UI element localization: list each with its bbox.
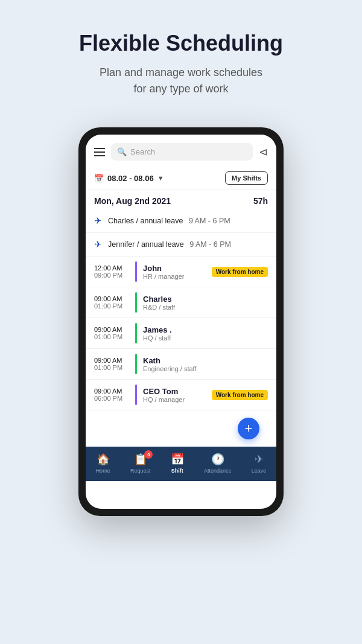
- nav-label-leave: Leave: [252, 468, 267, 474]
- leave-time: 9 AM - 6 PM: [189, 240, 231, 249]
- chevron-down-icon: ▼: [157, 174, 164, 182]
- shift-times: 09:00 AM 06:00 PM: [94, 387, 129, 402]
- shift-start: 09:00 AM: [94, 326, 129, 333]
- shift-times: 09:00 AM 01:00 PM: [94, 295, 129, 310]
- shift-bar: [135, 261, 137, 282]
- shift-times: 12:00 AM 09:00 PM: [94, 264, 129, 279]
- add-button[interactable]: +: [238, 418, 259, 439]
- leave-time: 9 AM - 6 PM: [189, 217, 230, 225]
- employee-dept: HR / manager: [143, 273, 206, 280]
- shift-end: 09:00 PM: [94, 272, 129, 279]
- leave-info: Charles / annual leave 9 AM - 6 PM: [108, 217, 230, 225]
- day-title: Mon, Aug 2nd 2021: [94, 196, 171, 206]
- employee-dept: Engineering / staff: [143, 365, 268, 372]
- leave-item[interactable]: ✈ Jennifer / annual leave 9 AM - 6 PM: [86, 233, 276, 257]
- shift-bar: [135, 323, 137, 343]
- date-row: 📅 08.02 - 08.06 ▼ My Shifts: [86, 167, 276, 190]
- plane-icon: ✈: [94, 239, 102, 250]
- hero-subtitle: Plan and manage work schedulesfor any ty…: [18, 65, 344, 97]
- app-header: 🔍 Search ⊲: [86, 135, 276, 167]
- hero-title: Flexible Scheduling: [18, 30, 344, 56]
- search-icon: 🔍: [117, 147, 127, 156]
- fab-row: +: [86, 410, 276, 447]
- employee-name: John: [143, 264, 206, 273]
- shift-start: 09:00 AM: [94, 295, 129, 302]
- employee-dept: HQ / staff: [143, 334, 268, 342]
- shift-bar: [135, 384, 137, 405]
- bottom-nav: 🏠 Home 📋 0 Request 📅 Shift 🕐 Attendance …: [86, 447, 276, 481]
- shift-start: 12:00 AM: [94, 264, 129, 272]
- shift-item-charles[interactable]: 09:00 AM 01:00 PM Charles R&D / staff: [86, 287, 276, 318]
- employee-dept: HQ / manager: [143, 396, 206, 403]
- search-bar[interactable]: 🔍 Search: [111, 143, 253, 161]
- employee-name: James .: [143, 325, 268, 334]
- employee-name: CEO Tom: [143, 387, 206, 396]
- leave-item[interactable]: ✈ Charles / annual leave 9 AM - 6 PM: [86, 209, 276, 233]
- nav-label-request: Request: [130, 468, 151, 474]
- employee-name: Kath: [143, 356, 268, 365]
- date-range-text: 08.02 - 08.06: [107, 174, 154, 183]
- nav-label-attendance: Attendance: [204, 468, 232, 474]
- shift-item-john[interactable]: 12:00 AM 09:00 PM John HR / manager Work…: [86, 257, 276, 287]
- wfh-badge: Work from home: [212, 267, 268, 277]
- filter-icon[interactable]: ⊲: [259, 145, 268, 159]
- date-range[interactable]: 📅 08.02 - 08.06 ▼: [94, 174, 164, 183]
- request-badge: 0: [144, 450, 153, 459]
- shift-bar: [135, 354, 137, 374]
- shift-details: CEO Tom HQ / manager: [143, 387, 206, 403]
- shift-times: 09:00 AM 01:00 PM: [94, 357, 129, 371]
- shift-item-james[interactable]: 09:00 AM 01:00 PM James . HQ / staff: [86, 318, 276, 349]
- employee-dept: R&D / staff: [143, 304, 268, 311]
- day-hours: 57h: [253, 196, 268, 206]
- nav-item-shift[interactable]: 📅 Shift: [171, 453, 184, 474]
- shift-times: 09:00 AM 01:00 PM: [94, 326, 129, 340]
- nav-item-attendance[interactable]: 🕐 Attendance: [204, 453, 232, 474]
- shift-start: 09:00 AM: [94, 357, 129, 364]
- home-icon: 🏠: [97, 453, 110, 466]
- shift-details: James . HQ / staff: [143, 325, 268, 342]
- shift-item-ceotom[interactable]: 09:00 AM 06:00 PM CEO Tom HQ / manager W…: [86, 380, 276, 410]
- calendar-icon: 📅: [94, 174, 104, 183]
- shift-start: 09:00 AM: [94, 387, 129, 395]
- phone-screen: 🔍 Search ⊲ 📅 08.02 - 08.06 ▼ My Shifts M…: [86, 135, 276, 509]
- employee-name: Charles: [143, 295, 268, 304]
- shift-end: 01:00 PM: [94, 333, 129, 340]
- search-placeholder: Search: [130, 147, 155, 156]
- hamburger-icon[interactable]: [94, 148, 105, 156]
- plane-icon: ✈: [94, 215, 102, 226]
- leave-name: Jennifer / annual leave: [108, 240, 184, 249]
- shift-item-kath[interactable]: 09:00 AM 01:00 PM Kath Engineering / sta…: [86, 349, 276, 380]
- shift-bar: [135, 292, 137, 313]
- shift-end: 01:00 PM: [94, 302, 129, 310]
- shift-details: Kath Engineering / staff: [143, 356, 268, 372]
- leave-info: Jennifer / annual leave 9 AM - 6 PM: [108, 240, 231, 249]
- shift-details: John HR / manager: [143, 264, 206, 280]
- leave-name: Charles / annual leave: [108, 217, 183, 225]
- shift-end: 06:00 PM: [94, 395, 129, 402]
- my-shifts-button[interactable]: My Shifts: [225, 171, 268, 185]
- nav-item-leave[interactable]: ✈ Leave: [252, 453, 267, 474]
- nav-label-home: Home: [96, 468, 110, 474]
- day-header: Mon, Aug 2nd 2021 57h: [86, 190, 276, 209]
- nav-item-home[interactable]: 🏠 Home: [96, 453, 110, 474]
- nav-item-request[interactable]: 📋 0 Request: [130, 453, 151, 474]
- shift-end: 01:00 PM: [94, 364, 129, 371]
- phone-mockup: 🔍 Search ⊲ 📅 08.02 - 08.06 ▼ My Shifts M…: [78, 127, 284, 516]
- shift-list: ✈ Charles / annual leave 9 AM - 6 PM ✈ J…: [86, 209, 276, 410]
- shift-details: Charles R&D / staff: [143, 295, 268, 311]
- shift-icon: 📅: [171, 453, 184, 466]
- wfh-badge: Work from home: [212, 390, 268, 400]
- attendance-icon: 🕐: [211, 453, 224, 466]
- nav-label-shift: Shift: [171, 468, 183, 474]
- leave-icon: ✈: [255, 453, 264, 466]
- hero-section: Flexible Scheduling Plan and manage work…: [0, 0, 362, 115]
